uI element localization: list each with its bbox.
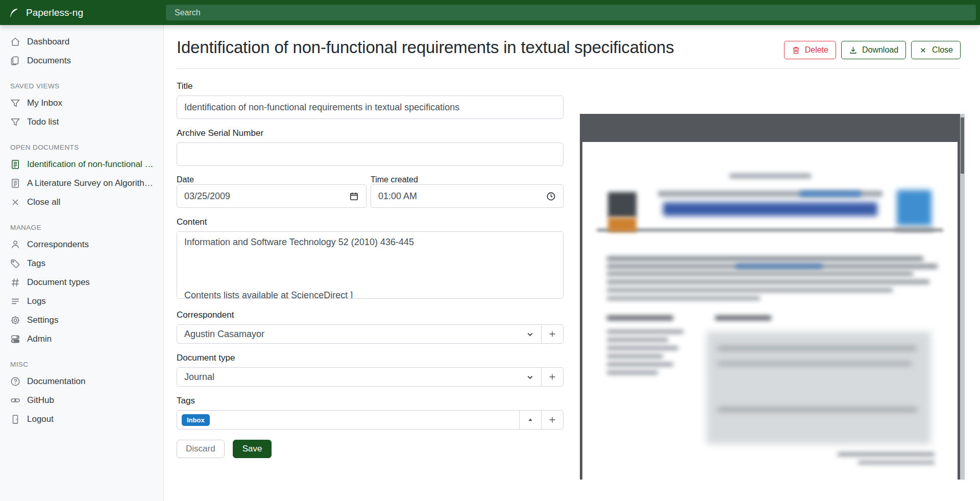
document-type-select[interactable]: Journal (177, 367, 542, 387)
collapse-tags-button[interactable] (519, 410, 542, 430)
sidebar-item-documentation[interactable]: Documentation (0, 372, 163, 391)
tags-field-group: Tags Inbox (177, 396, 564, 430)
asn-input[interactable] (177, 142, 564, 166)
add-document-type-button[interactable] (541, 367, 564, 387)
sidebar-item-settings[interactable]: Settings (0, 311, 163, 329)
tags-input[interactable]: Inbox (177, 410, 520, 430)
sidebar-open-document-2[interactable]: A Literature Survey on Algorithms for Mu… (0, 174, 163, 193)
sidebar-item-label: Identification of non-functional require… (27, 159, 156, 170)
time-value: 01:00 AM (378, 191, 417, 202)
content-textarea[interactable]: Information and Software Technology 52 (… (177, 231, 564, 299)
sidebar-item-admin[interactable]: Admin (0, 329, 163, 348)
tag-chip-inbox[interactable]: Inbox (182, 414, 210, 426)
save-button[interactable]: Save (233, 440, 272, 458)
sidebar-item-dashboard[interactable]: Dashboard (0, 32, 163, 51)
sidebar-heading-open-documents: OPEN DOCUMENTS (0, 144, 163, 151)
sidebar-heading-saved-views: SAVED VIEWS (0, 82, 163, 90)
sidebar-item-label: Settings (27, 315, 58, 325)
delete-button[interactable]: Delete (784, 41, 836, 59)
question-circle-icon (10, 376, 20, 387)
blurred-text-line (607, 354, 663, 358)
sidebar-item-correspondents[interactable]: Correspondents (0, 235, 163, 254)
blurred-text-line (607, 346, 678, 350)
blurred-text-line (607, 288, 893, 292)
document-type-field-group: Document type Journal (177, 353, 564, 387)
sidebar-item-documents[interactable]: Documents (0, 51, 163, 70)
document-form: Title Archive Serial Number Date 03/25/2… (177, 81, 564, 458)
clock-icon[interactable] (546, 192, 556, 201)
download-button[interactable]: Download (841, 41, 906, 59)
feather-logo-icon (9, 8, 19, 18)
sidebar-item-tags[interactable]: Tags (0, 254, 163, 273)
filter-icon (10, 98, 20, 108)
close-button[interactable]: Close (911, 41, 961, 59)
triangle-up-icon (526, 416, 534, 424)
sidebar-item-close-all[interactable]: Close all (0, 193, 163, 211)
date-input[interactable]: 03/25/2009 (177, 184, 366, 208)
plus-icon (548, 416, 556, 424)
blurred-text-line (607, 338, 668, 342)
sidebar-item-label: Correspondents (27, 240, 89, 250)
sidebar-item-todo-list[interactable]: Todo list (0, 112, 163, 131)
sidebar: Dashboard Documents SAVED VIEWS My Inbox… (0, 25, 164, 501)
add-correspondent-button[interactable] (541, 324, 564, 344)
sidebar-item-logout[interactable]: Logout (0, 410, 163, 428)
date-time-row: Date 03/25/2009 Time created 01:00 AM (177, 175, 564, 208)
blurred-text-line (718, 362, 912, 366)
logs-icon (10, 296, 20, 306)
sidebar-item-label: GitHub (27, 395, 54, 405)
plus-icon (548, 373, 556, 381)
blurred-link-line (800, 191, 861, 197)
delete-button-label: Delete (805, 45, 828, 55)
correspondent-select[interactable]: Agustin Casamayor (177, 324, 542, 344)
chevron-down-icon (526, 330, 534, 338)
blurred-text-line (607, 272, 913, 276)
close-button-label: Close (932, 45, 953, 55)
sidebar-item-logs[interactable]: Logs (0, 292, 163, 311)
header-buttons: Delete Download Close (784, 41, 961, 59)
blurred-link-line (736, 264, 822, 269)
tags-label: Tags (177, 396, 564, 406)
main-content: Identification of non-functional require… (164, 25, 980, 501)
sidebar-item-document-types[interactable]: Document types (0, 273, 163, 292)
close-icon (10, 197, 20, 207)
correspondent-field-group: Correspondent Agustin Casamayor (177, 310, 564, 344)
blurred-logo (608, 192, 636, 218)
pdf-preview-pane[interactable] (580, 114, 965, 480)
download-button-label: Download (862, 45, 898, 55)
search-input[interactable] (166, 5, 976, 20)
sidebar-heading-manage: MANAGE (0, 224, 163, 231)
blurred-text-line (607, 256, 923, 261)
sidebar-item-label: Todo list (27, 117, 59, 127)
sidebar-item-github[interactable]: GitHub (0, 391, 163, 410)
document-header: Identification of non-functional require… (164, 25, 980, 59)
page-title: Identification of non-functional require… (177, 38, 784, 57)
content-label: Content (177, 217, 564, 227)
top-navbar: Paperless-ng (0, 0, 980, 25)
blurred-text-line (895, 228, 934, 231)
person-icon (10, 240, 20, 250)
preview-scrollbar[interactable] (960, 114, 965, 480)
sidebar-open-document-1[interactable]: Identification of non-functional require… (0, 155, 163, 174)
logout-door-icon (10, 414, 20, 424)
add-tag-button[interactable] (541, 410, 564, 430)
file-text-icon (10, 159, 20, 170)
plus-icon (548, 330, 556, 338)
blurred-section-header (715, 316, 771, 320)
blurred-text-line (607, 371, 658, 374)
sidebar-item-label: Admin (27, 334, 52, 344)
calendar-icon[interactable] (349, 192, 359, 201)
sidebar-item-my-inbox[interactable]: My Inbox (0, 93, 163, 112)
document-type-value: Journal (184, 372, 214, 383)
correspondent-label: Correspondent (177, 310, 564, 320)
time-input[interactable]: 01:00 AM (371, 184, 564, 208)
link-icon (10, 395, 20, 405)
title-input[interactable] (177, 96, 564, 119)
app-brand[interactable]: Paperless-ng (0, 7, 164, 18)
sidebar-item-label: Tags (27, 258, 45, 269)
sidebar-item-label: Logout (27, 414, 54, 424)
discard-button[interactable]: Discard (177, 440, 225, 458)
blurred-text-line (607, 296, 760, 300)
pdf-page (582, 142, 958, 480)
preview-scrollbar-thumb[interactable] (961, 117, 964, 174)
